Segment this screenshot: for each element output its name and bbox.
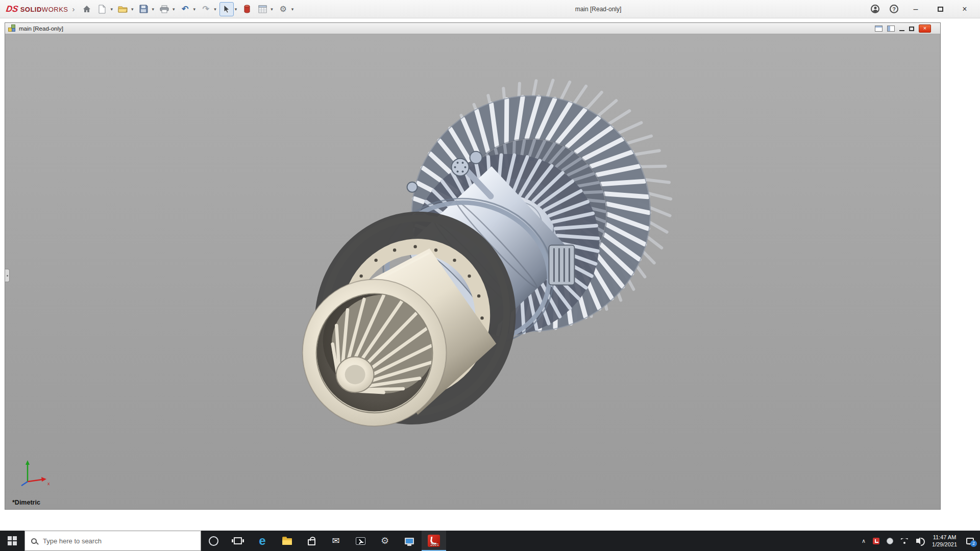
solidworks-app-icon: 2021	[428, 535, 440, 547]
design-table-icon	[258, 5, 267, 13]
view-orientation-label: *Dimetric	[12, 499, 40, 506]
redo-button[interactable]: ↷	[199, 2, 213, 16]
app-maximize-button[interactable]	[933, 7, 947, 12]
taskbar-clock[interactable]: 11:47 AM 1/29/2021	[930, 534, 959, 548]
save-icon	[139, 5, 148, 13]
system-tray: ∧ 11:47 AM 1/29/2021 2	[862, 531, 980, 551]
new-document-icon	[98, 5, 106, 14]
doc-restore-button[interactable]	[909, 24, 914, 33]
tray-solidworks-monitor-icon[interactable]	[873, 538, 879, 544]
design-table-dropdown[interactable]: ▾	[271, 7, 273, 12]
clock-date: 1/29/2021	[932, 541, 957, 548]
new-document-dropdown[interactable]: ▾	[110, 7, 113, 12]
home-icon	[82, 5, 91, 14]
cortana-icon	[209, 536, 218, 546]
file-explorer-button[interactable]	[275, 531, 299, 551]
main-toolbar: ▾ ▾ ▾ ▾ ↶ ▾ ↷ ▾ ▾ ▾ ⚙	[80, 2, 296, 16]
assembly-document-icon	[8, 24, 16, 32]
app-window-title: main [Read-only]	[575, 0, 622, 18]
ds-logo-icon: DS	[6, 4, 19, 14]
save-button[interactable]	[137, 2, 151, 16]
toolbar-flyout-chevron-icon[interactable]: ›	[72, 5, 75, 13]
windows-logo-icon	[8, 536, 17, 545]
restore-icon	[909, 27, 914, 31]
document-window: main [Read-only] ×	[5, 22, 941, 510]
print-button[interactable]	[157, 2, 172, 16]
gear-icon: ⚙	[381, 536, 389, 545]
task-view-icon	[234, 537, 242, 544]
doc-close-button[interactable]: ×	[919, 24, 931, 33]
select-button[interactable]	[219, 2, 234, 16]
app-minimize-button[interactable]: –	[909, 5, 923, 14]
design-table-button[interactable]	[255, 2, 270, 16]
undo-button[interactable]: ↶	[178, 2, 192, 16]
user-account-icon[interactable]	[871, 5, 879, 13]
network-icon[interactable]	[900, 538, 908, 544]
solidworks-logo: DS SOLIDWORKS	[6, 4, 68, 14]
red-cylinder-icon	[244, 5, 250, 13]
tile-horizontal-icon[interactable]	[875, 26, 883, 32]
maximize-icon	[938, 7, 943, 12]
start-button[interactable]	[0, 531, 24, 551]
app-close-button[interactable]: ×	[958, 5, 972, 14]
store-bag-icon	[308, 539, 315, 545]
task-view-button[interactable]	[226, 531, 250, 551]
app-titlebar: DS SOLIDWORKS › ▾ ▾ ▾ ▾ ↶ ▾ ↷ ▾	[0, 0, 980, 18]
titlebar-right-controls: ? – ×	[871, 5, 980, 14]
feature-panel-collapse-tab[interactable]	[5, 269, 10, 282]
display-app-button[interactable]	[397, 531, 422, 551]
mail-envelope-icon: ✉	[332, 536, 339, 545]
engine-model[interactable]	[5, 34, 940, 509]
edge-icon: e	[259, 535, 265, 547]
notification-badge: 2	[970, 540, 977, 547]
select-dropdown[interactable]: ▾	[235, 7, 237, 12]
folder-icon	[282, 538, 292, 545]
solidworks-wordmark: SOLIDWORKS	[20, 6, 68, 13]
tile-vertical-icon[interactable]	[887, 26, 895, 32]
undo-dropdown[interactable]: ▾	[193, 7, 196, 12]
open-folder-icon	[118, 5, 128, 13]
search-input[interactable]	[42, 537, 185, 545]
minimize-icon	[899, 30, 904, 31]
save-dropdown[interactable]: ▾	[152, 7, 155, 12]
settings-app-button[interactable]: ⚙	[373, 531, 397, 551]
select-cursor-icon	[223, 5, 230, 13]
new-document-button[interactable]	[95, 2, 109, 16]
mail-button[interactable]: ✉	[324, 531, 348, 551]
graphics-viewport[interactable]: x *Dimetric	[5, 34, 940, 509]
speaker-icon[interactable]	[916, 539, 919, 543]
document-window-controls: ×	[875, 24, 937, 33]
triad-x-label: x	[47, 481, 50, 486]
redo-icon: ↷	[202, 5, 209, 13]
edge-button[interactable]: e	[250, 531, 275, 551]
action-center-icon[interactable]: 2	[966, 538, 974, 544]
terminal-icon	[356, 537, 365, 545]
options-dropdown[interactable]: ▾	[291, 7, 294, 12]
options-button[interactable]: ⚙	[276, 2, 290, 16]
document-title: main [Read-only]	[19, 26, 63, 32]
clock-time: 11:47 AM	[932, 534, 957, 541]
open-dropdown[interactable]: ▾	[131, 7, 134, 12]
search-icon	[31, 538, 37, 544]
document-titlebar[interactable]: main [Read-only] ×	[5, 23, 940, 34]
doc-minimize-button[interactable]	[899, 24, 904, 33]
print-dropdown[interactable]: ▾	[173, 7, 175, 12]
hidden-icons-chevron-icon[interactable]: ∧	[862, 538, 866, 544]
terminal-button[interactable]	[348, 531, 373, 551]
monitor-icon	[405, 538, 414, 544]
help-icon[interactable]: ?	[890, 5, 898, 13]
cortana-button[interactable]	[201, 531, 226, 551]
tray-app-icon[interactable]	[887, 538, 893, 544]
taskbar-search-box[interactable]	[24, 531, 201, 551]
orientation-triad: x	[16, 458, 52, 488]
print-icon	[160, 5, 169, 13]
home-button[interactable]	[80, 2, 94, 16]
appearance-button[interactable]	[240, 2, 254, 16]
solidworks-year-badge: 2021	[430, 542, 439, 547]
open-button[interactable]	[116, 2, 130, 16]
redo-dropdown[interactable]: ▾	[214, 7, 216, 12]
store-button[interactable]	[299, 531, 324, 551]
windows-taskbar: e ✉ ⚙ 2021 ∧ 11:47 AM 1/29/2021 2	[0, 531, 980, 551]
options-gear-icon: ⚙	[280, 5, 287, 13]
solidworks-taskbar-button[interactable]: 2021	[422, 531, 446, 551]
